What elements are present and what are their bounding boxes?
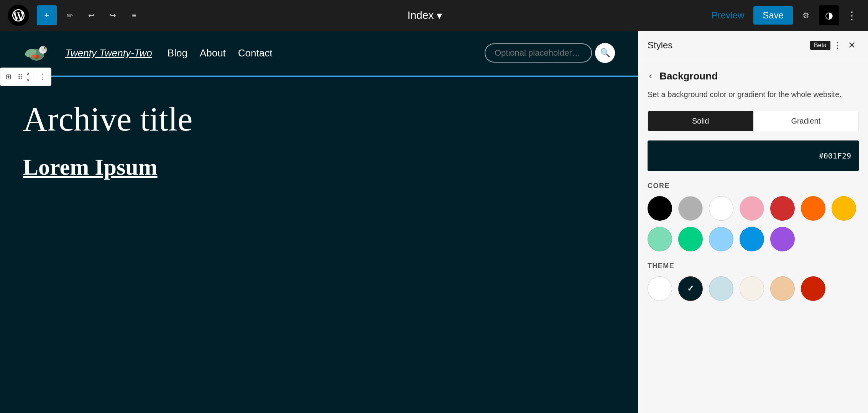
save-button[interactable]: Save — [753, 6, 793, 25]
svg-point-5 — [31, 55, 36, 58]
list-button[interactable]: ≡ — [126, 7, 143, 24]
core-color-orange[interactable] — [801, 196, 825, 221]
search-button[interactable]: 🔍 — [595, 43, 615, 63]
color-type-toggle: Solid Gradient — [648, 111, 859, 131]
core-color-blue[interactable] — [740, 227, 764, 251]
theme-color-theme-dark[interactable] — [678, 276, 703, 301]
core-color-black[interactable] — [648, 196, 672, 221]
core-color-pink[interactable] — [740, 196, 764, 221]
theme-section-label: THEME — [648, 262, 859, 270]
archive-title: Archive title — [23, 100, 615, 139]
block-controls-area: ⊞ ⠿ ∧ ∨ ⋮ — [0, 76, 638, 77]
core-color-red[interactable] — [770, 196, 795, 221]
sidebar-title: Styles — [648, 40, 806, 51]
drag-handle[interactable]: ⠿ — [15, 70, 25, 83]
nav-about[interactable]: About — [200, 47, 226, 59]
toolbar: + ✏ ↩ ↪ ≡ Index ▾ Preview Save ⚙ ◑ ⋮ — [0, 0, 868, 31]
color-hex-value: #001F29 — [819, 151, 851, 160]
core-color-light-blue[interactable] — [709, 227, 733, 251]
canvas: Twenty Twenty-Two Blog About Contact 🔍 ⊞… — [0, 31, 638, 413]
svg-point-6 — [44, 47, 46, 49]
theme-color-theme-light-blue[interactable] — [709, 276, 733, 301]
block-controls: ⊞ ⠿ ∧ ∨ ⋮ — [0, 68, 51, 86]
move-down-button[interactable]: ∨ — [26, 77, 30, 83]
preview-button[interactable]: Preview — [707, 7, 749, 24]
panel-description: Set a background color or gradient for t… — [648, 89, 859, 100]
sidebar-more-button[interactable]: ⋮ — [830, 39, 845, 52]
dropdown-icon: ▾ — [437, 9, 442, 22]
controls-divider — [33, 72, 33, 81]
add-button[interactable]: + — [37, 5, 57, 25]
theme-color-swatches — [648, 276, 859, 301]
block-more-button[interactable]: ⋮ — [36, 70, 48, 83]
main-area: Twenty Twenty-Two Blog About Contact 🔍 ⊞… — [0, 31, 868, 413]
undo-button[interactable]: ↩ — [83, 7, 100, 24]
sidebar: Styles Beta ⋮ ✕ ‹ Background Set a backg… — [638, 31, 868, 413]
group-block-button[interactable]: ⊞ — [3, 70, 14, 83]
core-color-yellow[interactable] — [832, 196, 856, 221]
theme-color-theme-dark-red[interactable] — [801, 276, 825, 301]
background-panel: ‹ Background Set a background color or g… — [638, 60, 868, 321]
sidebar-close-button[interactable]: ✕ — [845, 38, 859, 52]
core-color-light-green[interactable] — [648, 227, 672, 251]
panel-title: Background — [659, 70, 718, 82]
index-button[interactable]: Index ▾ — [408, 9, 442, 22]
nav-blog[interactable]: Blog — [168, 47, 187, 59]
toolbar-right: Preview Save ⚙ ◑ ⋮ — [707, 5, 860, 25]
theme-color-theme-peach[interactable] — [770, 276, 795, 301]
wp-logo[interactable] — [8, 5, 29, 26]
core-color-gray[interactable] — [678, 196, 703, 221]
index-label: Index — [408, 9, 434, 21]
solid-button[interactable]: Solid — [648, 111, 753, 131]
contrast-button[interactable]: ◑ — [819, 5, 839, 25]
settings-button[interactable]: ⚙ — [797, 7, 814, 24]
gradient-button[interactable]: Gradient — [753, 111, 859, 131]
back-button[interactable]: ‹ — [648, 69, 653, 83]
toolbar-center: Index ▾ — [147, 9, 702, 22]
core-color-swatches — [648, 196, 859, 251]
core-color-purple[interactable] — [770, 227, 795, 251]
sidebar-header: Styles Beta ⋮ ✕ — [638, 31, 868, 60]
site-logo — [23, 41, 50, 64]
bird-logo-icon — [23, 41, 50, 64]
search-input[interactable] — [485, 43, 592, 63]
redo-button[interactable]: ↪ — [104, 7, 121, 24]
more-options-button[interactable]: ⋮ — [843, 8, 860, 23]
wp-icon — [12, 9, 25, 21]
core-color-green[interactable] — [678, 227, 703, 251]
edit-button[interactable]: ✏ — [61, 7, 78, 24]
move-up-button[interactable]: ∧ — [26, 71, 30, 76]
color-preview[interactable]: #001F29 — [648, 140, 859, 171]
core-section-label: CORE — [648, 182, 859, 190]
site-nav: Blog About Contact — [168, 47, 469, 59]
lorem-ipsum-heading: Lorem Ipsum — [23, 154, 615, 180]
panel-header: ‹ Background — [648, 69, 859, 83]
beta-badge: Beta — [810, 41, 830, 50]
content-area: Archive title Lorem Ipsum — [0, 77, 638, 203]
site-name: Twenty Twenty-Two — [65, 47, 152, 59]
search-wrap: 🔍 — [485, 43, 615, 63]
theme-color-theme-cream[interactable] — [740, 276, 764, 301]
block-move-arrows: ∧ ∨ — [26, 71, 30, 83]
theme-color-theme-white[interactable] — [648, 276, 672, 301]
nav-contact[interactable]: Contact — [238, 47, 273, 59]
core-color-white[interactable] — [709, 196, 733, 221]
site-header: Twenty Twenty-Two Blog About Contact 🔍 — [0, 31, 638, 76]
